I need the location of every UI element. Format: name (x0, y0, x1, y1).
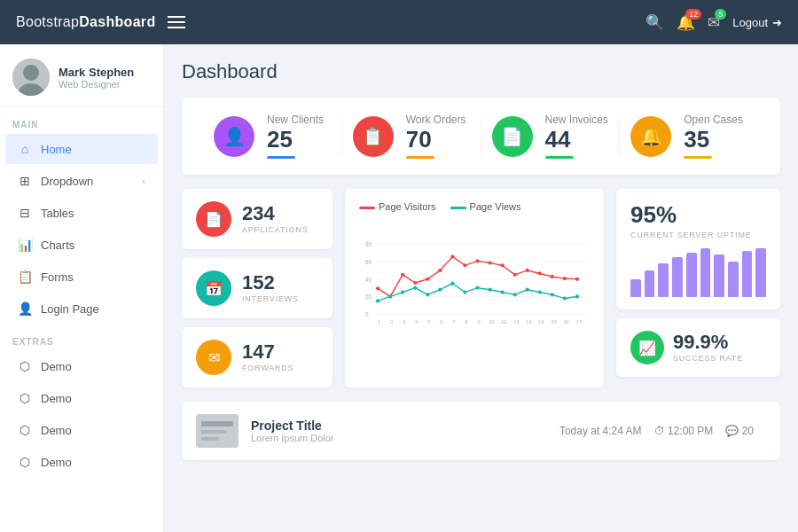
svg-point-38 (475, 259, 479, 262)
sidebar-item-forms[interactable]: 📋 Forms (5, 262, 158, 292)
notification-badge: 12 (685, 9, 701, 20)
hamburger-button[interactable] (168, 16, 185, 28)
project-title: Project Title (251, 419, 547, 433)
sidebar-label-demo3: Demo (41, 424, 72, 437)
success-icon: 📈 (630, 331, 664, 364)
sidebar-label-login: Login Page (41, 302, 99, 316)
svg-point-45 (563, 277, 567, 280)
applications-icon: 📄 (196, 201, 231, 237)
logout-button[interactable]: Logout ➜ (732, 16, 782, 29)
applications-data: 234 APPLICATIONS (242, 204, 308, 234)
brand: BootstrapDashboard (16, 14, 155, 30)
svg-text:2: 2 (390, 319, 393, 325)
sidebar-label-demo1: Demo (41, 360, 72, 373)
search-button[interactable]: 🔍 (645, 13, 664, 32)
open-cases-label: Open Cases (684, 113, 743, 126)
sidebar-label-home: Home (41, 143, 72, 156)
project-thumbnail (196, 414, 239, 448)
svg-point-53 (450, 282, 454, 286)
notifications-button[interactable]: 🔔 12 (677, 13, 695, 32)
dropdown-icon: ⊞ (18, 174, 32, 188)
new-invoices-icon: 📄 (492, 116, 533, 157)
mini-card-interviews: 📅 152 INTERVIEWS (182, 258, 332, 318)
svg-text:40: 40 (365, 277, 372, 283)
messages-button[interactable]: ✉ 5 (708, 13, 720, 32)
sidebar-item-demo2[interactable]: ⬡ Demo (5, 383, 158, 413)
svg-point-54 (463, 290, 466, 293)
user-profile: Mark Stephen Web Designer (0, 44, 163, 107)
sidebar-item-dropdown[interactable]: ⊞ Dropdown ‹ (5, 166, 158, 196)
sidebar-item-demo1[interactable]: ⬡ Demo (5, 351, 158, 381)
mini-stats-column: 📄 234 APPLICATIONS 📅 152 INTERVIEWS ✉ (182, 189, 332, 387)
success-card: 📈 99.9% SUCCESS RATE (616, 318, 780, 377)
svg-point-61 (551, 293, 554, 296)
success-value: 99.9% (673, 332, 743, 352)
sidebar-section-main: MAIN (0, 107, 163, 133)
charts-icon: 📊 (18, 238, 32, 252)
svg-point-40 (501, 263, 505, 267)
svg-point-57 (501, 290, 505, 293)
bar-3 (658, 263, 669, 297)
open-cases-info: Open Cases 35 (684, 113, 743, 159)
interviews-value: 152 (242, 273, 299, 293)
home-icon: ⌂ (18, 142, 32, 156)
work-orders-underline (406, 156, 434, 159)
sidebar-item-demo4[interactable]: ⬡ Demo (5, 447, 158, 477)
sidebar-item-home[interactable]: ⌂ Home (5, 134, 158, 164)
svg-rect-66 (201, 430, 226, 434)
new-clients-label: New Clients (267, 113, 324, 126)
bar-4 (672, 257, 683, 297)
sidebar-item-tables[interactable]: ⊟ Tables (5, 198, 158, 228)
svg-rect-67 (201, 437, 219, 441)
line-chart-card: Page Visitors Page Views 80 60 40 20 0 (345, 189, 604, 387)
stat-cards-row: 👤 New Clients 25 📋 Work Orders 70 📄 (182, 98, 780, 175)
stat-card-new-invoices: 📄 New Invoices 44 (481, 113, 621, 159)
svg-point-34 (426, 278, 429, 281)
new-invoices-info: New Invoices 44 (545, 113, 608, 159)
login-icon: 👤 (18, 301, 32, 316)
svg-text:11: 11 (501, 319, 506, 325)
svg-point-44 (551, 275, 554, 278)
svg-point-48 (388, 294, 392, 298)
svg-text:13: 13 (526, 319, 531, 325)
svg-point-47 (376, 299, 379, 302)
new-invoices-value: 44 (545, 128, 608, 151)
project-comments: 💬 20 (725, 425, 754, 437)
new-clients-icon: 👤 (214, 116, 254, 157)
sidebar-label-demo4: Demo (41, 456, 72, 469)
open-cases-icon: 🔔 (630, 116, 671, 157)
svg-text:17: 17 (576, 319, 582, 325)
svg-point-60 (538, 290, 542, 293)
work-orders-value: 70 (406, 128, 466, 151)
sidebar-item-demo3[interactable]: ⬡ Demo (5, 415, 158, 445)
work-orders-icon: 📋 (353, 116, 394, 157)
demo3-icon: ⬡ (18, 423, 32, 437)
topnav: BootstrapDashboard 🔍 🔔 12 ✉ 5 Logout ➜ (0, 0, 798, 44)
tables-icon: ⊟ (18, 206, 32, 220)
svg-point-58 (513, 293, 517, 296)
svg-point-63 (575, 294, 579, 298)
chart-legend: Page Visitors Page Views (359, 201, 590, 212)
svg-text:14: 14 (538, 319, 544, 325)
bar-9 (742, 251, 753, 297)
new-invoices-underline (545, 156, 574, 159)
sidebar-label-forms: Forms (41, 270, 74, 284)
svg-text:3: 3 (403, 319, 405, 325)
logout-icon: ➜ (772, 16, 782, 29)
svg-point-50 (413, 286, 417, 290)
stat-card-open-cases: 🔔 Open Cases 35 (620, 113, 759, 159)
sidebar-item-charts[interactable]: 📊 Charts (5, 230, 158, 260)
middle-row: 📄 234 APPLICATIONS 📅 152 INTERVIEWS ✉ (182, 189, 780, 387)
mini-card-forwards: ✉ 147 FORWARDS (182, 327, 332, 387)
svg-point-41 (513, 273, 517, 277)
sidebar-label-demo2: Demo (41, 392, 72, 405)
sidebar-item-login[interactable]: 👤 Login Page (5, 293, 158, 324)
svg-point-52 (438, 288, 442, 292)
project-row: Project Title Lorem Ipsum Dolor Today at… (182, 402, 780, 460)
forwards-label: FORWARDS (242, 364, 293, 372)
topnav-actions: 🔍 🔔 12 ✉ 5 Logout ➜ (645, 13, 782, 32)
svg-point-42 (526, 269, 529, 272)
bar-2 (645, 270, 655, 297)
stat-card-new-clients: 👤 New Clients 25 (203, 113, 342, 159)
sidebar-label-charts: Charts (41, 239, 74, 252)
